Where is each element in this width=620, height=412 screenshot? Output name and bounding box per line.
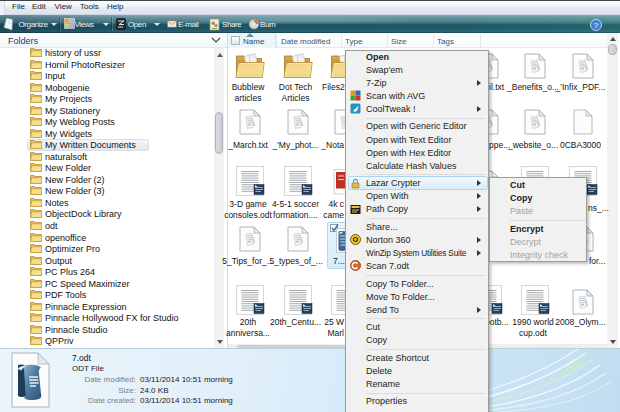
- svg-text:?: ?: [594, 21, 599, 30]
